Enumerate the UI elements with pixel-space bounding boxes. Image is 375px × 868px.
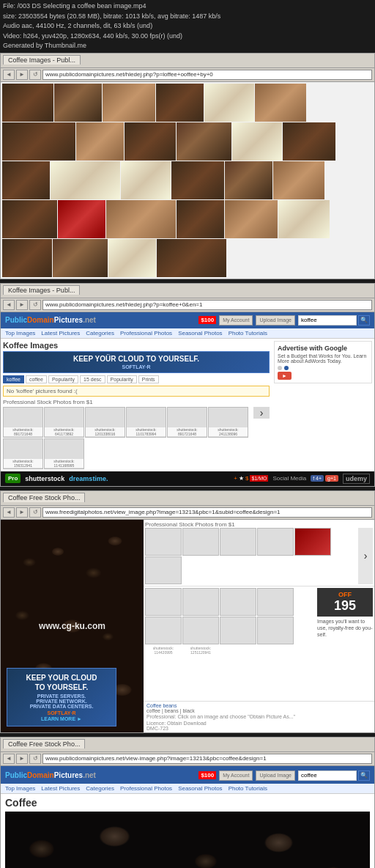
sponsored-img[interactable]: shutterstock: 1201338016 (85, 407, 125, 438)
img-thumb[interactable] (157, 239, 226, 277)
learn-more-link[interactable]: LEARN MORE ► (13, 716, 110, 721)
img-thumb[interactable] (54, 84, 102, 122)
tag-popularity[interactable]: Popularity (48, 375, 78, 383)
tag-prints[interactable]: Prints (138, 375, 159, 383)
bottom-search-input[interactable] (298, 770, 357, 781)
forward-button-2[interactable]: ► (16, 300, 28, 310)
browser-tab-4[interactable]: Coffee Free Stock Pho... (3, 739, 85, 749)
softlayer-ad[interactable]: KEEP YOÜR CLOUD TO YOURSELF. SOFTLAY·R (3, 351, 270, 373)
nav-categories[interactable]: Categories (86, 330, 114, 336)
bottom-nav-professional[interactable]: Professional Photos (120, 785, 172, 792)
address-bar-4[interactable] (42, 754, 372, 764)
browser-tab-1[interactable]: Coffee Images - Publ... (3, 55, 81, 65)
sponsored-img[interactable]: shutterstock: 156312941 (3, 438, 43, 469)
nav-professional[interactable]: Professional Photos (120, 330, 172, 336)
img-thumb[interactable] (171, 161, 224, 199)
address-bar-2[interactable] (42, 300, 372, 310)
img-thumb[interactable] (2, 161, 50, 199)
dreamstime-logo[interactable]: dreamstime. (69, 475, 108, 482)
refresh-button-3[interactable]: ↺ (29, 507, 41, 518)
udemy-badge[interactable]: udemy (343, 474, 370, 484)
s3-img[interactable] (182, 528, 219, 556)
img-thumb[interactable] (177, 122, 231, 161)
bottom-nav-top[interactable]: Top Images (5, 785, 35, 792)
nav-tutorials[interactable]: Photo Tutorials (229, 330, 267, 336)
bottom-nav-categories[interactable]: Categories (86, 785, 114, 792)
refresh-button-2[interactable]: ↺ (29, 300, 41, 310)
img-thumb[interactable] (232, 122, 282, 161)
img-thumb[interactable] (2, 84, 53, 122)
refresh-button-4[interactable]: ↺ (29, 754, 41, 764)
img-thumb[interactable] (108, 239, 156, 277)
s3-img[interactable] (145, 556, 182, 584)
img-thumb[interactable] (283, 122, 335, 161)
s3-img-b[interactable] (257, 588, 294, 616)
back-button-4[interactable]: ◄ (3, 754, 15, 764)
coffee-beans-link[interactable]: Coffee beans (146, 703, 371, 708)
img-thumb[interactable] (53, 239, 108, 277)
s3-img[interactable] (145, 528, 182, 556)
adwords-cta-btn[interactable]: ► (278, 372, 292, 380)
back-button-3[interactable]: ◄ (3, 507, 15, 518)
s3-img-b[interactable] (145, 617, 182, 644)
img-thumb[interactable] (2, 200, 57, 238)
tag-koffee[interactable]: koffee (3, 375, 24, 383)
refresh-button[interactable]: ↺ (29, 70, 41, 80)
s3-img-b[interactable] (145, 588, 182, 616)
sponsored-img[interactable]: shutterstock: 641173892 (44, 407, 84, 438)
img-thumb[interactable] (58, 200, 105, 238)
bottom-nav-latest[interactable]: Latest Pictures (41, 785, 80, 792)
img-thumb[interactable] (2, 239, 52, 277)
s3-img[interactable] (220, 528, 256, 556)
s3-img[interactable] (294, 528, 331, 556)
img-thumb[interactable] (273, 161, 324, 199)
img-thumb[interactable] (225, 200, 278, 238)
s3-img[interactable] (257, 528, 294, 556)
tag-15-desc[interactable]: 15 desc (80, 375, 105, 383)
nav-latest[interactable]: Latest Pictures (41, 330, 80, 336)
img-thumb[interactable] (278, 200, 330, 238)
img-thumb[interactable] (121, 161, 171, 199)
back-button[interactable]: ◄ (3, 70, 15, 80)
sponsored-img[interactable]: shutterstock: 241138096 (208, 407, 248, 438)
img-thumb[interactable] (106, 200, 176, 238)
sponsored-img[interactable]: shutterstock: 891721648 (167, 407, 207, 438)
sponsored-img[interactable]: shutterstock: 891721648 (3, 407, 43, 438)
bottom-upload-btn[interactable]: Upload Image (256, 770, 295, 781)
img-thumb[interactable] (76, 122, 124, 161)
address-bar-3[interactable] (42, 507, 372, 518)
bottom-search-btn[interactable]: 🔍 (358, 770, 370, 781)
nav-top-images[interactable]: Top Images (5, 330, 35, 336)
img-thumb[interactable] (255, 84, 306, 122)
img-thumb[interactable] (225, 161, 272, 199)
s3-img-b[interactable] (220, 617, 256, 644)
pdp-search-btn[interactable]: 🔍 (358, 315, 370, 326)
s3-img-b[interactable] (182, 588, 219, 616)
nav-seasonal[interactable]: Seasonal Photos (178, 330, 223, 336)
keep-cloud-ad[interactable]: KEEP YOUR CLOUDTO YOURSELF. Private serv… (7, 668, 116, 727)
img-thumb[interactable] (2, 122, 75, 161)
s3-img-b[interactable] (182, 617, 219, 644)
tag-popularity2[interactable]: Popularity (107, 375, 137, 383)
back-button-2[interactable]: ◄ (3, 300, 15, 310)
bottom-nav-seasonal[interactable]: Seasonal Photos (178, 785, 223, 792)
sponsored-img[interactable]: shutterstock: 1141168995 (44, 438, 84, 469)
bottom-account-btn[interactable]: My Account (219, 770, 253, 781)
img-thumb[interactable] (204, 84, 254, 122)
img-thumb[interactable] (177, 200, 224, 238)
bottom-nav-tutorials[interactable]: Photo Tutorials (229, 785, 267, 792)
s3-arrow-btn[interactable]: › (358, 528, 373, 584)
img-thumb[interactable] (125, 122, 176, 161)
s3-img-b[interactable] (257, 617, 294, 644)
forward-button[interactable]: ► (16, 70, 28, 80)
upload-image-btn[interactable]: Upload Image (256, 315, 295, 326)
img-thumb[interactable] (156, 84, 204, 122)
browser-tab-2[interactable]: Koffee Images - Publ... (3, 285, 80, 295)
browser-tab-3[interactable]: Coffee Free Stock Pho... (3, 493, 85, 502)
gplus-btn[interactable]: g+1 (325, 475, 338, 482)
s3-img-b[interactable] (220, 588, 256, 616)
sponsored-img[interactable]: shutterstock: 1101783994 (126, 407, 166, 438)
forward-button-3[interactable]: ► (16, 507, 28, 518)
tag-coffee[interactable]: coffee (26, 375, 47, 383)
next-images-btn[interactable]: › (253, 407, 270, 419)
